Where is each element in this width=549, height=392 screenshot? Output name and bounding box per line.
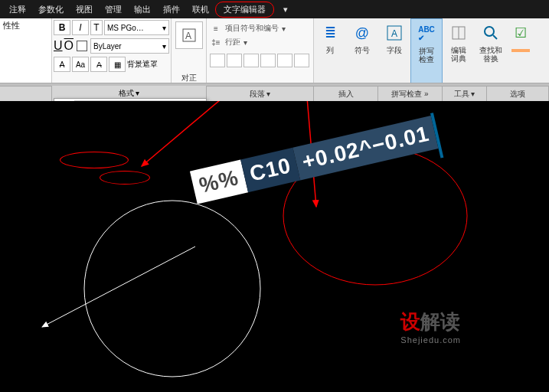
find-replace-button[interactable]: 查找和替换 (475, 18, 507, 85)
menu-collapse-icon[interactable]: ▾ (277, 2, 294, 18)
book-icon (447, 21, 470, 44)
menu-item[interactable]: 插件 (157, 1, 186, 18)
menu-item-text-editor[interactable]: 文字编辑器 (215, 2, 274, 18)
menu-item[interactable]: 管理 (99, 1, 128, 18)
bold-button[interactable]: B (54, 20, 70, 35)
group-spellcheck[interactable]: 拼写检查 » (378, 87, 443, 101)
ribbon-left-panel: 性性 (0, 18, 52, 85)
underline-button[interactable]: U (54, 39, 63, 53)
text-seg-prefix: %% (190, 160, 248, 204)
bullets-icon: ≡ (210, 23, 222, 34)
spellcheck-button[interactable]: ABC✔ 拼写检查 (410, 18, 443, 85)
align-button[interactable]: A (175, 21, 203, 49)
mask-icon[interactable]: ▦ (109, 57, 126, 72)
field-button[interactable]: A 字段 (378, 18, 410, 85)
strike-button[interactable]: A (54, 57, 70, 72)
italic-button[interactable]: I (72, 20, 89, 35)
layer-select[interactable]: ByLayer▾ (90, 38, 169, 54)
svg-line-7 (493, 35, 497, 39)
linespacing-row[interactable]: ‡≡行距 ▾ (210, 35, 310, 49)
ribbon-buttons: ≣ 列 @ 符号 A 字段 ABC✔ 拼写检查 编辑词典 查找和替换 (314, 18, 534, 85)
text-seg-mid: C10 (240, 148, 300, 193)
spellcheck-icon: ABC✔ (415, 22, 438, 45)
search-icon (479, 21, 502, 44)
linespacing-icon: ‡≡ (210, 37, 222, 47)
menu-item[interactable]: 视图 (70, 1, 99, 18)
svg-point-6 (485, 27, 494, 36)
align-center-button[interactable] (227, 54, 242, 67)
ribbon-align-panel: A 对正 (172, 18, 207, 85)
distribute-button[interactable] (277, 54, 292, 67)
menu-item[interactable]: 输出 (128, 1, 157, 18)
symbol-button[interactable]: @ 符号 (346, 18, 378, 85)
drawing-canvas[interactable] (0, 101, 549, 392)
ribbon: 性性 B I T MS PGo…▾ U O ByLayer▾ A Aa A̶ ▦… (0, 18, 549, 86)
ribbon-paragraph-panel: ≡项目符号和编号 ▾ ‡≡行距 ▾ (207, 18, 314, 85)
checkbox-icon: ☑ (509, 21, 532, 44)
clear-format-button[interactable]: A̶ (90, 57, 107, 72)
menu-item[interactable]: 联机 (186, 1, 215, 18)
panel-label: 性性 (3, 20, 48, 31)
group-paragraph[interactable]: 段落 ▾ (207, 87, 314, 101)
overline-button[interactable]: O (64, 39, 74, 53)
justify-button[interactable] (260, 54, 276, 67)
menu-item[interactable]: 注释 (3, 1, 32, 18)
align-left-button[interactable] (210, 54, 225, 67)
field-icon: A (383, 21, 406, 44)
checkbox-option[interactable]: ☑ (507, 18, 534, 85)
svg-text:A: A (391, 28, 397, 39)
align-icon: A (180, 26, 198, 44)
svg-line-9 (42, 247, 195, 327)
menu-bar: 注释 参数化 视图 管理 输出 插件 联机 文字编辑器 ▾ (0, 0, 549, 18)
para-more-button[interactable] (294, 54, 309, 67)
font-select[interactable]: MS PGo…▾ (104, 20, 169, 35)
watermark: 设解读 Shejiedu.com (400, 309, 461, 345)
align-right-button[interactable] (243, 54, 259, 67)
bullets-row[interactable]: ≡项目符号和编号 ▾ (210, 21, 310, 35)
at-icon: @ (351, 21, 374, 44)
group-insert[interactable]: 插入 (314, 87, 378, 101)
case-button[interactable]: Aa (72, 57, 89, 72)
column-icon: ≣ (319, 21, 341, 44)
color-swatch[interactable] (77, 41, 87, 51)
group-options[interactable]: 选项 (487, 87, 549, 101)
svg-text:A: A (185, 31, 191, 41)
column-button[interactable]: ≣ 列 (314, 18, 346, 85)
mask-label[interactable]: 背景遮罩 (127, 59, 158, 70)
group-tools[interactable]: 工具 ▾ (443, 87, 487, 101)
ribbon-format-panel: B I T MS PGo…▾ U O ByLayer▾ A Aa A̶ ▦ 背景… (52, 18, 172, 85)
svg-point-8 (84, 201, 260, 377)
dictionary-button[interactable]: 编辑词典 (443, 18, 475, 85)
font-picker-icon[interactable]: T (90, 20, 103, 35)
canvas-svg (0, 101, 549, 392)
menu-item[interactable]: 参数化 (32, 1, 70, 18)
